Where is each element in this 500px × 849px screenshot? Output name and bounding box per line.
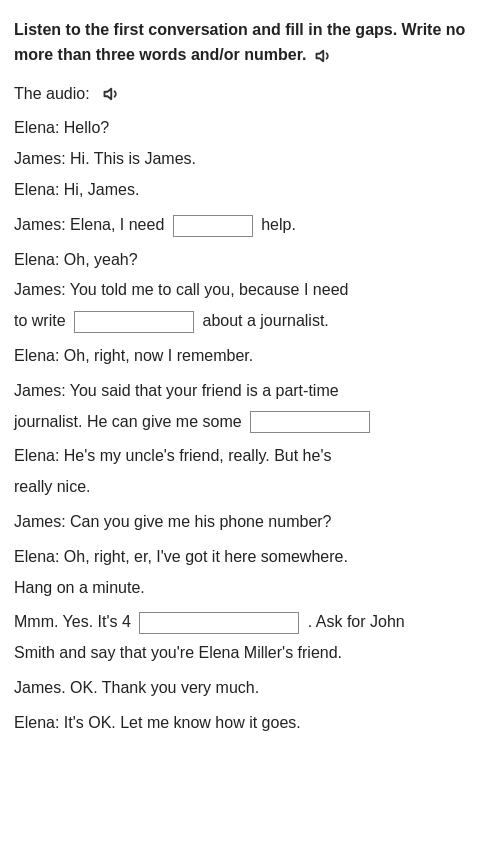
line-james-told-2: to write about a journalist. xyxy=(14,309,486,334)
james-told-text-3: about a journalist. xyxy=(202,312,328,329)
james-need-suffix: help. xyxy=(261,216,296,233)
blank-help[interactable] xyxy=(173,215,253,237)
line-elena-uncle-2: really nice. xyxy=(14,475,486,500)
line-james-need: James: Elena, I need help. xyxy=(14,213,486,238)
mmm-text-1: Mmm. Yes. It's 4 xyxy=(14,613,131,630)
line-elena-hi-james: Elena: Hi, James. xyxy=(14,178,486,203)
line-james-said-1: James: You said that your friend is a pa… xyxy=(14,379,486,404)
elena-remember-text: Elena: Oh, right, now I remember. xyxy=(14,347,253,364)
audio-line: The audio: xyxy=(14,82,486,107)
james-said-text-1: James: You said that your friend is a pa… xyxy=(14,382,339,399)
instruction-audio-icon[interactable] xyxy=(315,47,333,65)
line-james-ok: James. OK. Thank you very much. xyxy=(14,676,486,701)
blank-write[interactable] xyxy=(74,311,194,333)
line-james-said-2: journalist. He can give me some xyxy=(14,410,486,435)
blank-some[interactable] xyxy=(250,411,370,433)
line-james-number: James: Can you give me his phone number? xyxy=(14,510,486,535)
line-elena-right-1: Elena: Oh, right, er, I've got it here s… xyxy=(14,545,486,570)
line-elena-remember: Elena: Oh, right, now I remember. xyxy=(14,344,486,369)
james-said-text-2: journalist. He can give me some xyxy=(14,413,242,430)
elena-ok-text: Elena: It's OK. Let me know how it goes. xyxy=(14,714,301,731)
mmm-text-3: Smith and say that you're Elena Miller's… xyxy=(14,644,342,661)
svg-marker-0 xyxy=(317,50,324,61)
svg-marker-1 xyxy=(104,89,111,100)
line-elena-hello: Elena: Hello? xyxy=(14,116,486,141)
line-james-told-1: James: You told me to call you, because … xyxy=(14,278,486,303)
james-told-text-2: to write xyxy=(14,312,66,329)
instruction-text: Listen to the first conversation and fil… xyxy=(14,18,486,68)
james-ok-text: James. OK. Thank you very much. xyxy=(14,679,259,696)
james-need-prefix: James: Elena, I need xyxy=(14,216,164,233)
elena-hi-james-text: Elena: Hi, James. xyxy=(14,181,139,198)
line-james-hi: James: Hi. This is James. xyxy=(14,147,486,172)
line-elena-yeah: Elena: Oh, yeah? xyxy=(14,248,486,273)
elena-right-text-2: Hang on a minute. xyxy=(14,579,145,596)
line-elena-uncle-1: Elena: He's my uncle's friend, really. B… xyxy=(14,444,486,469)
mmm-text-2: . Ask for John xyxy=(308,613,405,630)
line-mmm-1: Mmm. Yes. It's 4 . Ask for John xyxy=(14,610,486,635)
line-mmm-2: Smith and say that you're Elena Miller's… xyxy=(14,641,486,666)
james-hi-text: James: Hi. This is James. xyxy=(14,150,196,167)
elena-uncle-text-1: Elena: He's my uncle's friend, really. B… xyxy=(14,447,331,464)
audio-label: The audio: xyxy=(14,85,99,102)
elena-hello-text: Elena: Hello? xyxy=(14,119,109,136)
james-told-text-1: James: You told me to call you, because … xyxy=(14,281,348,298)
elena-uncle-text-2: really nice. xyxy=(14,478,90,495)
line-elena-right-2: Hang on a minute. xyxy=(14,576,486,601)
audio-play-icon[interactable] xyxy=(103,85,121,103)
blank-phone[interactable] xyxy=(139,612,299,634)
elena-right-text-1: Elena: Oh, right, er, I've got it here s… xyxy=(14,548,348,565)
line-elena-ok: Elena: It's OK. Let me know how it goes. xyxy=(14,711,486,736)
james-number-text: James: Can you give me his phone number? xyxy=(14,513,332,530)
elena-yeah-text: Elena: Oh, yeah? xyxy=(14,251,138,268)
